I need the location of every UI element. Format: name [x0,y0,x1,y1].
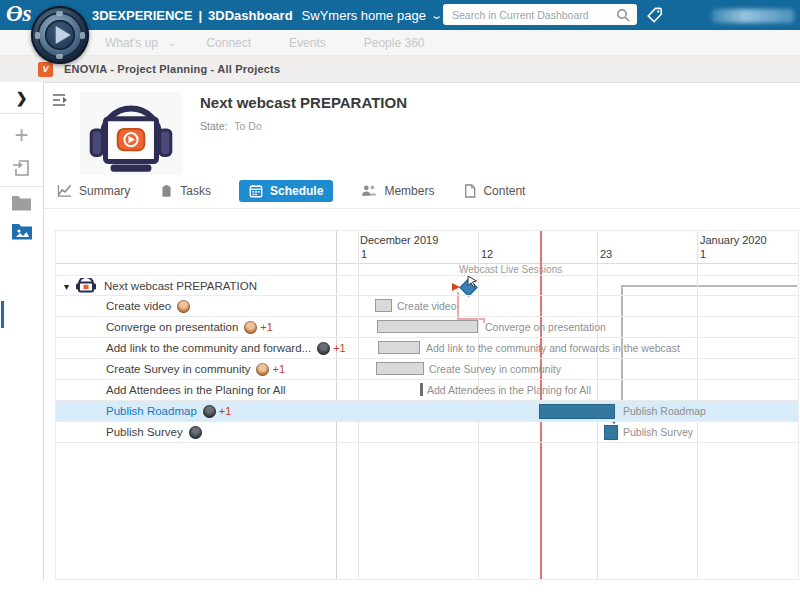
webcast-thumbnail [80,92,182,175]
brand-3ddashboard: 3DDashboard [208,8,293,23]
topbar: Ɵs 3DEXPERIENCE | 3DDashboard SwYmers ho… [0,0,800,30]
tab-summary[interactable]: Summary [55,179,132,202]
subnav-item-connect[interactable]: Connect [206,36,251,50]
timeline-month-label: January 2020 [700,234,767,246]
state-label: State: [200,120,227,132]
dashboard-name[interactable]: SwYmers home page [302,8,426,23]
assignee-avatar[interactable] [203,405,216,418]
file-icon [464,184,476,198]
play-icon [55,26,70,44]
tab-schedule[interactable]: Schedule [239,180,333,202]
task-row-create-survey-in-community[interactable]: Create Survey in community+1 [56,359,798,380]
calendar-icon [249,184,263,198]
timeline-month-label: December 2019 [360,234,438,246]
tag-icon[interactable] [645,6,664,29]
tab-content[interactable]: Content [462,180,527,202]
tab-members[interactable]: Members [359,180,436,202]
sidebar-media-folder-button[interactable] [0,222,43,244]
project-state: State: To Do [200,120,262,132]
brand-separator: | [198,8,202,23]
assignee-avatar[interactable] [244,321,257,334]
users-icon [361,184,377,197]
state-value: To Do [234,120,261,132]
clipboard-icon [160,184,173,198]
task-name[interactable]: Publish Survey [106,426,183,438]
subnav-items: What's up⌄ConnectEventsPeople 360 [105,36,463,50]
gantt-bar-label: Add Attendees in the Planing for All [427,380,591,401]
chart-icon [57,183,72,198]
gantt-bar-label: Converge on presentation [485,317,606,338]
chevron-down-icon[interactable]: ⌄ [430,9,443,22]
timeline-day-label: 12 [481,248,493,260]
3ds-logo: Ɵs [6,1,32,27]
timeline-day-label: 23 [600,248,612,260]
sidebar-expand-button[interactable]: ❯ [0,90,43,106]
task-name[interactable]: Next webcast PREPARATION [104,280,257,292]
task-name[interactable]: Create Survey in community [106,363,250,375]
gantt-bar-publish-survey[interactable] [604,425,618,440]
chevron-down-icon: ⌄ [168,37,176,48]
subnav: What's up⌄ConnectEventsPeople 360 [0,30,800,56]
task-name[interactable]: Converge on presentation [106,321,238,333]
gantt-bar-label: Create Survey in community [429,359,561,380]
gantt-bar-publish-roadmap[interactable] [539,404,615,419]
brand-3dexperience: 3DEXPERIENCE [92,8,192,23]
tab-tasks[interactable]: Tasks [158,180,213,202]
search-icon[interactable] [616,8,630,22]
webcast-icon [75,278,97,294]
gantt-bar-label: Add link to the community and forwards i… [426,338,680,359]
assignee-count-badge: +1 [260,321,273,333]
task-name[interactable]: Publish Roadmap [106,405,197,417]
tabs: SummaryTasksScheduleMembersContent [55,179,527,202]
collapse-caret-icon[interactable]: ▾ [64,281,69,292]
search-input[interactable] [443,9,616,21]
gantt-bar-label: Create video [397,296,457,317]
plus-icon: + [14,126,28,144]
gantt-bar-create-survey-in-community[interactable] [376,362,424,375]
subnav-item-what-s-up[interactable]: What's up [105,36,158,50]
timeline-day-label: 1 [700,248,706,260]
folder-icon [11,194,32,215]
folder-media-icon [11,222,33,244]
gantt-schedule: December 2019January 2020112231Webcast L… [55,230,799,580]
task-row-next-webcast-preparation[interactable]: ▾Next webcast PREPARATION [56,275,798,296]
brand: 3DEXPERIENCE | 3DDashboard SwYmers home … [92,0,441,30]
sidebar-add-button[interactable]: + [0,126,43,144]
gantt-bar-converge-on-presentation[interactable] [377,320,478,333]
gantt-bar-create-video[interactable] [375,299,392,312]
sidebar: ❯ + [0,82,44,580]
subnav-item-events[interactable]: Events [289,36,326,50]
assignee-count-badge: +1 [272,363,285,375]
assignee-avatar[interactable] [317,342,330,355]
assignee-avatar[interactable] [189,426,202,439]
compass-icon[interactable] [31,6,89,64]
gantt-bar-add-attendees-in-the-planing-for-all[interactable] [420,383,423,396]
task-name[interactable]: Add Attendees in the Planing for All [106,384,286,396]
sidebar-folder-button[interactable] [0,194,43,215]
chevron-right-icon: ❯ [16,90,28,106]
assignee-count-badge: +1 [219,405,232,417]
timeline-day-label: 1 [361,248,367,260]
assignee-avatar[interactable] [256,363,269,376]
webcast-icon [80,92,182,175]
gantt-bar-add-link-to-the-community-and-forward[interactable] [378,341,420,354]
task-name[interactable]: Create video [106,300,171,312]
app-bar: V ENOVIA - Project Planning - All Projec… [0,56,800,83]
user-name-redacted[interactable] [712,9,794,23]
assignee-avatar[interactable] [177,300,190,313]
subnav-item-people-360[interactable]: People 360 [364,36,425,50]
page-title: Next webcast PREPARATION [200,94,407,111]
assignee-count-badge: +1 [333,342,346,354]
panel-expand-icon[interactable] [50,91,70,115]
sidebar-import-button[interactable] [0,158,43,182]
gantt-bar-label: Publish Survey [623,422,693,443]
import-icon [12,158,32,182]
search-box [443,4,637,25]
enovia-icon: V [38,62,53,77]
gantt-bar-label: Publish Roadmap [623,401,706,422]
task-name[interactable]: Add link to the community and forward... [106,342,311,354]
breadcrumb: ENOVIA - Project Planning - All Projects [64,63,280,75]
